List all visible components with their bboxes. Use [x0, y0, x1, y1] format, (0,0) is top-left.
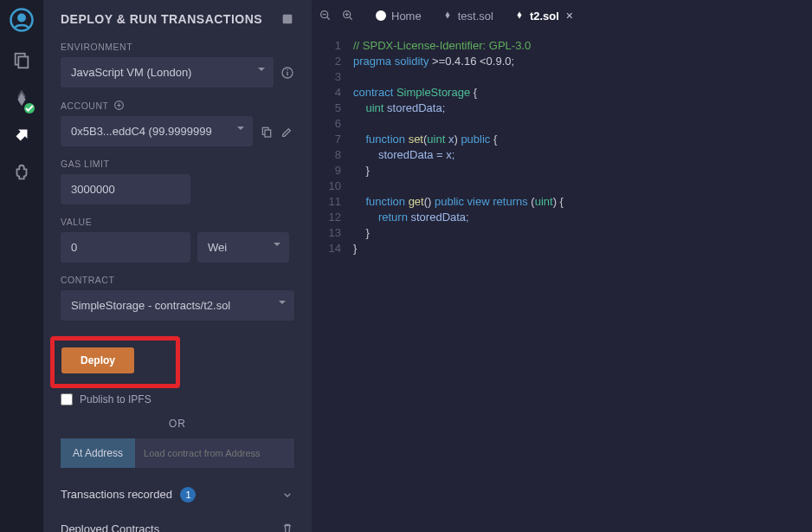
- solidity-file-icon: [514, 10, 525, 21]
- copy-account-icon[interactable]: [260, 125, 274, 139]
- compile-success-badge: [24, 103, 35, 114]
- value-input[interactable]: [61, 232, 190, 263]
- account-label: ACCOUNT: [61, 100, 294, 111]
- publish-ipfs-row[interactable]: Publish to IPFS: [61, 393, 294, 405]
- code-content[interactable]: // SPDX-License-Identifier: GPL-3.0 prag…: [353, 38, 812, 532]
- trash-icon[interactable]: [280, 522, 294, 532]
- code-editor[interactable]: 1234567891011121314 // SPDX-License-Iden…: [312, 31, 812, 532]
- contract-select[interactable]: SimpleStorage - contracts/t2.sol: [61, 290, 294, 321]
- solidity-file-icon: [442, 10, 453, 21]
- gaslimit-input[interactable]: [61, 174, 190, 204]
- deploy-button[interactable]: Deploy: [61, 347, 134, 373]
- contract-label: CONTRACT: [61, 275, 294, 285]
- svg-rect-4: [283, 15, 293, 24]
- deploy-highlight-box: Deploy: [50, 336, 180, 388]
- deployed-contracts-label: Deployed Contracts: [61, 522, 159, 533]
- plugin-manager-icon[interactable]: [12, 163, 31, 185]
- zoom-in-icon[interactable]: [341, 9, 355, 23]
- environment-label: ENVIRONMENT: [61, 42, 294, 52]
- solidity-compiler-icon[interactable]: [12, 88, 31, 110]
- publish-ipfs-label: Publish to IPFS: [80, 393, 151, 405]
- line-gutter: 1234567891011121314: [312, 38, 353, 532]
- deploy-run-panel: DEPLOY & RUN TRANSACTIONS ENVIRONMENT Ja…: [43, 0, 312, 532]
- edit-account-icon[interactable]: [280, 125, 294, 139]
- tab-bar: Home test.sol t2.sol ×: [312, 0, 812, 31]
- deployed-contracts-row: Deployed Contracts: [61, 522, 294, 532]
- chevron-down-icon[interactable]: [280, 488, 294, 502]
- value-label: VALUE: [61, 217, 294, 227]
- zoom-out-icon[interactable]: [319, 9, 332, 23]
- svg-rect-3: [18, 56, 28, 68]
- svg-rect-10: [265, 130, 271, 137]
- environment-select[interactable]: JavaScript VM (London): [61, 57, 274, 88]
- tab-test-sol[interactable]: test.sol: [434, 4, 502, 28]
- svg-point-1: [17, 14, 26, 23]
- home-icon: [376, 10, 386, 21]
- gaslimit-label: GAS LIMIT: [61, 159, 294, 169]
- publish-ipfs-checkbox[interactable]: [61, 393, 73, 405]
- remix-logo-icon[interactable]: [9, 7, 35, 36]
- tab-t2-sol[interactable]: t2.sol ×: [506, 3, 582, 28]
- deploy-run-icon[interactable]: [12, 126, 31, 147]
- at-address-button[interactable]: At Address: [61, 438, 135, 468]
- transactions-count-badge: 1: [180, 487, 196, 503]
- at-address-input[interactable]: [135, 438, 294, 468]
- account-select[interactable]: 0x5B3...eddC4 (99.9999999: [61, 116, 253, 146]
- file-explorer-icon[interactable]: [12, 51, 31, 73]
- transactions-recorded-row[interactable]: Transactions recorded 1: [61, 487, 294, 503]
- svg-rect-6: [287, 71, 287, 75]
- icon-sidebar: [0, 0, 43, 532]
- panel-title: DEPLOY & RUN TRANSACTIONS: [61, 12, 294, 26]
- tab-home[interactable]: Home: [367, 4, 430, 28]
- close-tab-icon[interactable]: ×: [566, 9, 573, 23]
- value-unit-select[interactable]: Wei: [197, 232, 289, 263]
- svg-rect-7: [287, 69, 287, 70]
- add-account-icon[interactable]: [113, 100, 125, 111]
- transactions-recorded-label: Transactions recorded: [61, 488, 172, 501]
- environment-info-icon[interactable]: [280, 66, 294, 80]
- panel-menu-icon[interactable]: [280, 12, 294, 26]
- editor-area: Home test.sol t2.sol × 12345678910111213…: [312, 0, 812, 532]
- or-divider: OR: [61, 418, 294, 430]
